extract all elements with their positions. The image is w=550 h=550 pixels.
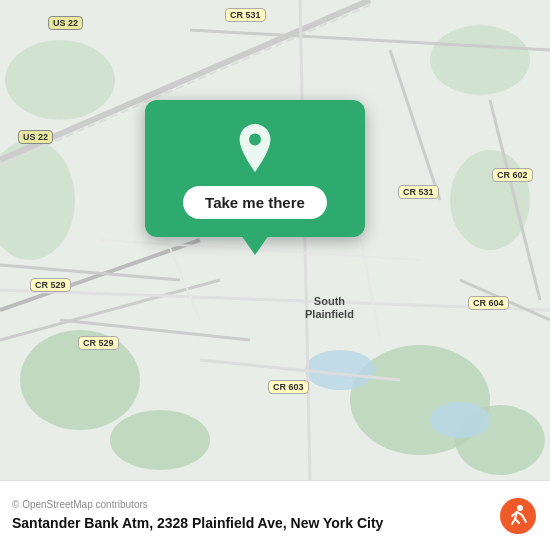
road-badge-cr604: CR 604 <box>468 296 509 310</box>
road-badge-cr531-top: CR 531 <box>225 8 266 22</box>
svg-point-9 <box>305 350 375 390</box>
road-badge-us22-top: US 22 <box>48 16 83 30</box>
osm-credit: © OpenStreetMap contributors <box>12 499 500 510</box>
road-badge-us22-left: US 22 <box>18 130 53 144</box>
location-title: Santander Bank Atm, 2328 Plainfield Ave,… <box>12 514 500 532</box>
bottom-text-area: © OpenStreetMap contributors Santander B… <box>12 499 500 532</box>
moovit-icon <box>500 498 536 534</box>
location-pin-icon <box>231 124 279 172</box>
moovit-logo <box>500 498 536 534</box>
map-container: US 22 CR 531 US 22 CR 531 CR 602 CR 529 … <box>0 0 550 480</box>
bottom-bar: © OpenStreetMap contributors Santander B… <box>0 480 550 550</box>
take-me-there-button[interactable]: Take me there <box>183 186 327 219</box>
svg-point-1 <box>5 40 115 120</box>
svg-point-27 <box>249 133 261 145</box>
south-plainfield-label: SouthPlainfield <box>305 295 354 321</box>
svg-point-28 <box>517 505 523 511</box>
map-svg <box>0 0 550 480</box>
road-badge-cr602: CR 602 <box>492 168 533 182</box>
road-badge-cr531-right: CR 531 <box>398 185 439 199</box>
svg-point-8 <box>110 410 210 470</box>
road-badge-cr603: CR 603 <box>268 380 309 394</box>
svg-point-10 <box>430 402 490 438</box>
svg-point-4 <box>450 150 530 250</box>
road-badge-cr529-bottom: CR 529 <box>78 336 119 350</box>
svg-point-2 <box>430 25 530 95</box>
popup-card: Take me there <box>145 100 365 237</box>
road-badge-cr529-left: CR 529 <box>30 278 71 292</box>
moovit-person-icon <box>504 502 532 530</box>
